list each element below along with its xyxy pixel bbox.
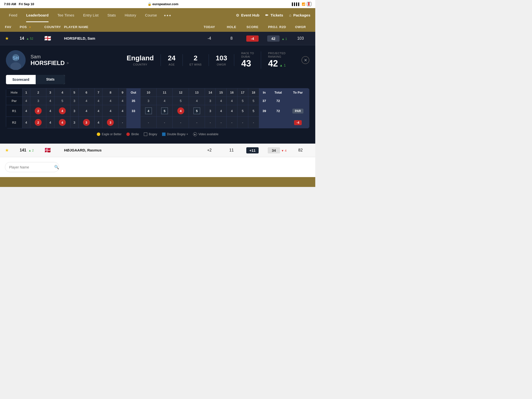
- hole-4: 4: [54, 88, 70, 97]
- horsfield-owgr: 103: [291, 36, 310, 41]
- r2-2: 2: [30, 117, 46, 128]
- header-score: Score: [241, 25, 264, 29]
- hole-18: 18: [248, 88, 259, 97]
- legend-birdie: Birdie: [126, 133, 139, 136]
- hole-in: In: [259, 88, 270, 97]
- tab-scorecard[interactable]: Scorecard: [6, 75, 36, 84]
- scorecard-table: Hole 1 2 3 4 5 6 7 8 9 Out 10 11 12 13 1…: [6, 88, 309, 128]
- legend-video: ▶ Video available: [193, 132, 218, 136]
- hole-total: Total: [270, 88, 287, 97]
- r1-11: 5: [156, 105, 172, 117]
- r2-7: 4: [94, 117, 102, 128]
- search-icon[interactable]: 🔍: [54, 165, 59, 169]
- horsfield-row[interactable]: ★ 14 ▲ 52 🏴󠁧󠁢󠁥󠁮󠁧󠁿 HORSFIELD, Sam -4 8 -4…: [0, 32, 315, 45]
- status-bar: 7:03 AM Fri Sep 10 🔒 europeatour.com ▌▌▌…: [0, 0, 315, 8]
- r2-11: -: [156, 117, 172, 128]
- hojgaard-fav[interactable]: ★: [5, 148, 20, 153]
- r2-to-par: -4: [287, 117, 309, 128]
- r1-in: 39: [259, 105, 270, 117]
- r1-7: 4: [94, 105, 102, 117]
- nav-bar: Feed Leaderboard Tee Times Entry List St…: [0, 8, 315, 22]
- hole-12: 12: [173, 88, 189, 97]
- horsfield-flag: 🏴󠁧󠁢󠁥󠁮󠁧󠁿: [44, 35, 51, 41]
- nav-course[interactable]: Course: [141, 8, 161, 22]
- horsfield-pos-change: ▲ 52: [26, 37, 33, 40]
- r1-18: 5: [248, 105, 259, 117]
- hojgaard-score: +11: [241, 147, 264, 153]
- header-hole: Hole: [222, 25, 241, 29]
- hole-16: 16: [227, 88, 237, 97]
- horsfield-profile-name: Sam HORSFIELD >: [31, 54, 69, 66]
- tab-stats[interactable]: Stats: [36, 75, 65, 84]
- r1-label: R1: [6, 105, 22, 117]
- nav-event-hub[interactable]: ⊙ Event Hub: [236, 13, 259, 17]
- status-time: 7:03 AM Fri Sep 10: [4, 2, 34, 6]
- horsfield-proj: 42 ▲ 1: [264, 35, 291, 42]
- par-10: 3: [140, 97, 156, 105]
- r1-to-par: PAR: [287, 105, 309, 117]
- par-18: 5: [248, 97, 259, 105]
- nav-more-dots[interactable]: ●●●: [164, 13, 171, 17]
- par-2: 3: [30, 97, 46, 105]
- search-input[interactable]: [9, 165, 52, 169]
- nav-stats[interactable]: Stats: [103, 8, 120, 22]
- nav-tee-times[interactable]: Tee Times: [53, 8, 78, 22]
- horsfield-pos: 14 ▲ 52: [20, 36, 44, 41]
- legend-bogey: Bogey: [144, 133, 157, 136]
- r1-12: 4: [173, 105, 189, 117]
- nav-entry-list[interactable]: Entry List: [79, 8, 102, 22]
- stat-race-to-dubai: RACE TODUBAI 43: [234, 51, 261, 69]
- scorecard-legend: Eagle or Better Birdie Bogey Double Boge…: [6, 132, 309, 136]
- par-15: 4: [216, 97, 227, 105]
- r2-in: [259, 117, 270, 128]
- par-label: Par: [6, 97, 22, 105]
- status-icons: ▌▌▌▌ 📶 ▋: [292, 2, 311, 6]
- hole-14: 14: [205, 88, 216, 97]
- horsfield-profile: SH Sam HORSFIELD > England COUNTRY 24 AG…: [6, 50, 309, 70]
- search-input-wrap[interactable]: 🔍: [5, 162, 59, 172]
- r1-16: 4: [227, 105, 237, 117]
- par-to-par: [287, 97, 309, 105]
- par-5: 3: [70, 97, 78, 105]
- r2-14: -: [205, 117, 216, 128]
- r2-13: -: [189, 117, 205, 128]
- par-total: 72: [270, 97, 287, 105]
- r2-16: -: [227, 117, 237, 128]
- par-1: 4: [22, 97, 30, 105]
- hojgaard-star[interactable]: ★: [5, 148, 9, 153]
- par-in: 37: [259, 97, 270, 105]
- hojgaard-proj: 34 ▼ 4: [264, 147, 291, 153]
- par-3: 4: [46, 97, 54, 105]
- legend-eagle: Eagle or Better: [97, 133, 121, 136]
- r2-18: -: [248, 117, 259, 128]
- search-bar: 🔍: [0, 157, 315, 177]
- svg-text:SH: SH: [13, 56, 19, 61]
- hole-10: 10: [140, 88, 156, 97]
- r2-out: [127, 117, 140, 128]
- nav-leaderboard[interactable]: Leaderboard: [22, 8, 52, 22]
- pos-sort-icon: ▼: [29, 26, 31, 29]
- tickets-icon: ✏: [265, 13, 268, 17]
- hojgaard-row[interactable]: ★ 141 ▲ 2 🇩🇰 HØJGAARD, Rasmus +2 11 +11 …: [0, 144, 315, 157]
- hojgaard-hole: 11: [222, 148, 241, 152]
- scorecard-tabs: Scorecard Stats: [6, 75, 65, 84]
- hole-3: 3: [46, 88, 54, 97]
- nav-tickets[interactable]: ✏ Tickets: [265, 13, 283, 17]
- r2-12: -: [173, 117, 189, 128]
- nav-packages[interactable]: ⌂ Packages: [289, 13, 310, 17]
- header-pos[interactable]: Pos ▼: [20, 25, 44, 29]
- par-6: 4: [78, 97, 94, 105]
- par-16: 4: [227, 97, 237, 105]
- r2-8: 3: [102, 117, 118, 128]
- nav-history[interactable]: History: [121, 8, 140, 22]
- r2-label: R2: [6, 117, 22, 128]
- horsfield-star[interactable]: ★: [5, 36, 9, 41]
- hole-17: 17: [237, 88, 248, 97]
- nav-feed[interactable]: Feed: [5, 8, 21, 22]
- horsfield-fav[interactable]: ★: [5, 36, 20, 41]
- horsfield-profile-link[interactable]: >: [67, 61, 69, 65]
- hole-6: 6: [78, 88, 94, 97]
- r1-out: 33: [127, 105, 140, 117]
- stat-owgr: 103 OWGR: [209, 54, 234, 66]
- close-expanded-button[interactable]: ✕: [301, 56, 309, 64]
